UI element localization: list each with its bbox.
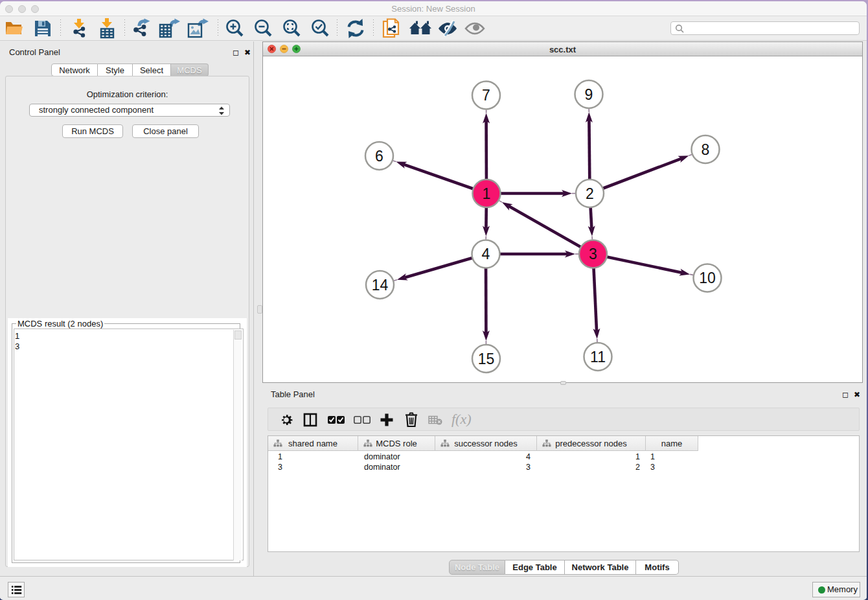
svg-text:3: 3 [589, 246, 597, 262]
svg-text:10: 10 [699, 270, 716, 286]
svg-text:11: 11 [590, 349, 606, 365]
svg-text:7: 7 [482, 87, 490, 104]
svg-text:8: 8 [702, 141, 710, 158]
svg-text:6: 6 [375, 148, 383, 165]
svg-text:1: 1 [483, 185, 491, 202]
svg-text:15: 15 [478, 351, 495, 367]
svg-text:2: 2 [586, 185, 594, 202]
svg-text:9: 9 [585, 86, 593, 103]
svg-text:4: 4 [482, 246, 490, 262]
svg-text:14: 14 [372, 277, 389, 294]
